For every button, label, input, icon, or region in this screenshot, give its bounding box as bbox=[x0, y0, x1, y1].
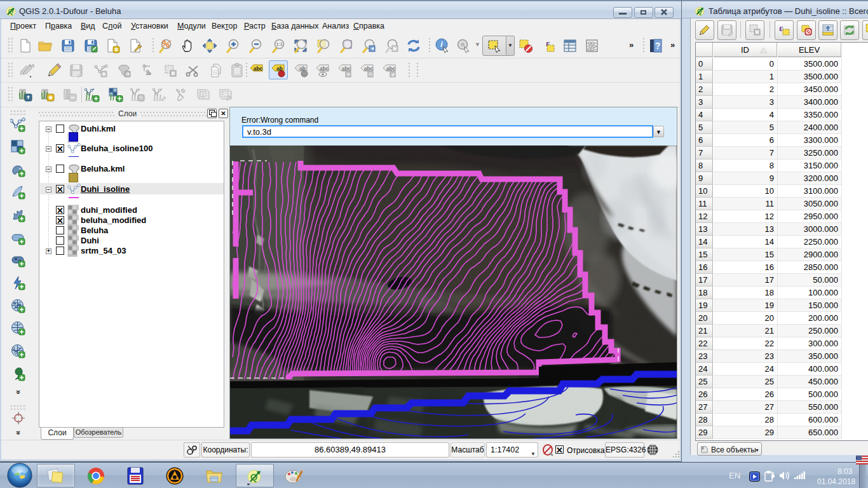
svg-text:abc: abc bbox=[364, 65, 374, 72]
svg-text:abc: abc bbox=[386, 65, 396, 72]
svg-text:abc: abc bbox=[320, 65, 329, 72]
svg-text:1:1: 1:1 bbox=[276, 42, 282, 46]
svg-text:ε: ε bbox=[779, 23, 783, 33]
svg-text:abc: abc bbox=[342, 65, 351, 72]
svg-text:abc: abc bbox=[254, 65, 263, 72]
svg-text:?: ? bbox=[655, 41, 661, 51]
